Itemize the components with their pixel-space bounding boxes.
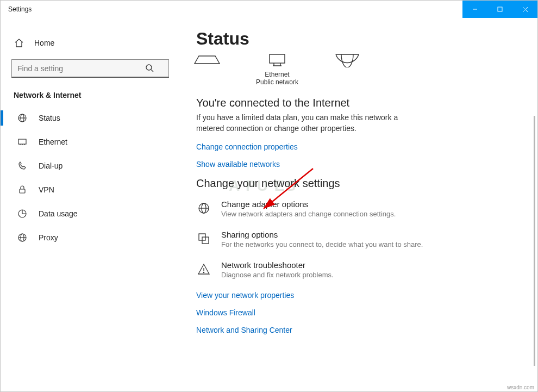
option-title: Network troubleshooter [221,260,334,270]
ethernet-icon [17,136,28,147]
sidebar-item-ethernet[interactable]: Ethernet [11,130,169,154]
diagram-label: Ethernet [265,71,289,78]
phone-icon [17,160,28,171]
nav-label: Data usage [39,209,78,218]
globe-node-icon [331,52,364,69]
option-subtitle: View network adapters and change connect… [221,210,396,218]
nav-label: VPN [39,185,54,194]
close-button[interactable] [512,1,537,18]
nav-label: Dial-up [39,161,62,170]
scrollbar[interactable] [534,116,535,366]
link-windows-firewall[interactable]: Windows Firewall [196,308,521,317]
sidebar-item-datausage[interactable]: Data usage [11,202,169,226]
pc-icon [191,52,223,69]
home-icon [14,38,24,48]
maximize-button[interactable] [487,1,512,18]
sidebar-item-status[interactable]: Status [11,106,169,130]
home-nav[interactable]: Home [11,34,169,52]
globe-icon [17,113,28,123]
window-title: Settings [8,5,32,13]
minimize-button[interactable] [462,1,487,18]
link-show-available-networks[interactable]: Show available networks [196,160,521,169]
sidebar-item-vpn[interactable]: VPN [11,178,169,202]
option-troubleshooter[interactable]: Network troubleshooter Diagnose and fix … [196,260,521,279]
globe-icon [17,232,28,243]
globe-icon [196,201,211,216]
warning-icon [196,262,211,277]
category-heading: Network & Internet [11,91,169,99]
link-network-sharing-center[interactable]: Network and Sharing Center [196,326,521,334]
search-icon [145,64,154,74]
svg-rect-9 [18,139,26,144]
option-subtitle: Diagnose and fix network problems. [221,271,334,279]
svg-point-23 [203,272,204,273]
sidebar-item-dialup[interactable]: Dial-up [11,154,169,178]
connected-description: If you have a limited data plan, you can… [196,113,424,134]
nav-label: Ethernet [39,138,67,146]
data-usage-icon [17,208,28,219]
link-view-network-properties[interactable]: View your network properties [196,291,521,300]
sharing-icon [196,231,211,246]
svg-line-5 [151,70,153,72]
credit-text: wsxdn.com [507,384,534,390]
ethernet-node-icon [261,52,293,69]
option-change-adapter[interactable]: Change adapter options View network adap… [196,200,521,218]
svg-rect-1 [498,7,502,11]
link-change-connection-properties[interactable]: Change connection properties [196,142,521,151]
nav-label: Status [39,114,60,122]
home-label: Home [34,39,54,47]
svg-point-4 [146,65,152,70]
svg-rect-15 [270,54,285,63]
section-heading: Change your network settings [196,177,521,190]
page-title: Status [196,29,521,49]
connected-heading: You're connected to the Internet [196,97,521,109]
svg-rect-10 [20,189,25,193]
option-title: Sharing options [221,230,423,239]
sidebar-item-proxy[interactable]: Proxy [11,226,169,250]
diagram-sublabel: Public network [256,78,298,86]
vpn-icon [17,184,28,195]
network-diagram: Ethernet Public network [191,52,521,86]
option-sharing[interactable]: Sharing options For the networks you con… [196,230,521,248]
option-subtitle: For the networks you connect to, decide … [221,240,423,248]
nav-label: Proxy [39,233,58,242]
option-title: Change adapter options [221,200,396,209]
